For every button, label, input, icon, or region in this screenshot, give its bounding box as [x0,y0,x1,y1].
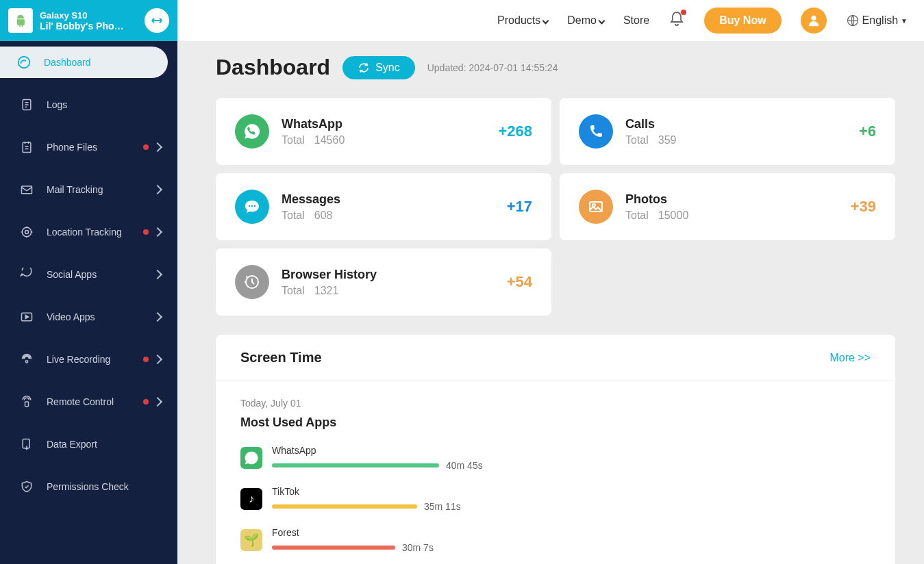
sidebar-item-label: Permissions Check [47,481,165,492]
card-icon [235,190,269,224]
sidebar-item-label: Data Export [47,439,165,450]
sidebar-item-dashboard[interactable]: Dashboard [0,47,168,78]
sidebar-icon [19,182,34,197]
card-messages[interactable]: MessagesTotal608+17 [216,173,551,240]
sidebar-item-permissions-check[interactable]: Permissions Check [0,465,177,508]
app-row-tiktok: ♪TikTok35m 11s [240,486,871,512]
sidebar-icon [19,394,34,409]
sidebar-item-phone-files[interactable]: Phone Files [0,126,177,168]
chevron-right-icon [154,396,165,407]
usage-bar [272,463,439,467]
notifications-button[interactable] [669,11,685,30]
chevron-down-icon [598,17,605,24]
screen-time-title: Screen Time [240,350,322,366]
chevron-right-icon [154,184,165,195]
chevron-right-icon [154,354,165,365]
screen-time-more[interactable]: More >> [829,352,871,364]
card-photos[interactable]: PhotosTotal15000+39 [560,173,895,240]
nav-store[interactable]: Store [623,14,649,27]
sidebar-item-label: Dashboard [44,57,155,68]
card-title: WhatsApp [282,117,498,131]
card-total: Total359 [625,134,859,146]
card-delta: +6 [859,123,876,140]
caret-down-icon: ▼ [901,17,908,25]
alert-dot [143,399,149,405]
sidebar-item-label: Phone Files [47,142,143,153]
sidebar-item-data-export[interactable]: Data Export [0,423,177,465]
card-title: Messages [282,192,507,207]
card-total: Total15000 [625,209,851,222]
svg-point-0 [811,16,816,21]
sync-label: Sync [375,62,400,74]
svg-point-13 [251,205,253,207]
app-name: Forest [272,527,871,538]
nav-products-label: Products [497,14,540,27]
screen-time-date: Today, July 01 [240,398,871,409]
avatar[interactable] [801,8,827,34]
sidebar-item-logs[interactable]: Logs [0,84,177,126]
card-delta: +268 [498,123,532,140]
sidebar-item-social-apps[interactable]: Social Apps [0,253,177,296]
app-time: 35m 11s [424,501,461,512]
svg-point-14 [254,205,255,207]
sidebar-item-location-tracking[interactable]: Location Tracking [0,211,177,253]
sidebar-item-label: Social Apps [47,269,154,280]
language-selector[interactable]: English ▼ [846,14,908,27]
card-title: Photos [625,192,851,207]
nav-demo[interactable]: Demo [567,14,604,27]
sidebar-item-live-recording[interactable]: Live Recording [0,338,177,381]
usage-bar [272,546,395,550]
app-row-forest: 🌱Forest30m 7s [240,527,871,553]
svg-point-12 [249,205,250,207]
card-calls[interactable]: CallsTotal359+6 [560,98,895,165]
app-row-whatsapp: WhatsApp40m 45s [240,445,871,471]
sidebar-icon [19,309,34,324]
card-browser-history[interactable]: Browser HistoryTotal1321+54 [216,248,551,316]
sidebar-item-label: Video Apps [47,311,154,322]
sidebar-item-label: Remote Control [47,396,143,407]
sidebar-item-remote-control[interactable]: Remote Control [0,381,177,423]
updated-text: Updated: 2024-07-01 14:55:24 [427,62,558,73]
card-total: Total14560 [282,134,498,146]
buy-now-button[interactable]: Buy Now [704,8,781,34]
svg-rect-10 [25,402,29,407]
svg-rect-11 [23,439,29,448]
card-title: Calls [625,117,859,131]
sidebar-icon [19,479,34,494]
app-name: WhatsApp [272,445,871,456]
card-delta: +17 [507,198,532,216]
buy-now-label: Buy Now [719,14,766,26]
screen-time-subtitle: Most Used Apps [240,415,871,430]
nav-store-label: Store [623,14,649,27]
sidebar-item-label: Location Tracking [47,227,143,238]
sidebar-icon [19,97,34,112]
device-selector[interactable]: Galaxy S10 Lil' Bobby's Pho… [0,0,177,41]
chevron-right-icon [154,311,165,322]
svg-point-9 [25,361,27,363]
card-delta: +54 [507,273,532,291]
nav-products[interactable]: Products [497,14,548,27]
sidebar-icon [19,225,34,240]
app-time: 40m 45s [446,460,483,471]
sidebar-icon [19,140,34,155]
device-model: Galaxy S10 [40,10,145,21]
sidebar-item-label: Live Recording [47,354,143,365]
sidebar-item-mail-tracking[interactable]: Mail Tracking [0,168,177,211]
chevron-right-icon [154,227,165,238]
nav-demo-label: Demo [567,14,597,27]
card-title: Browser History [282,268,507,282]
alert-dot [143,144,149,150]
card-whatsapp[interactable]: WhatsAppTotal14560+268 [216,98,551,165]
chevron-right-icon [154,142,165,153]
sidebar-item-label: Mail Tracking [47,184,154,195]
usage-bar [272,504,417,509]
card-icon [235,265,269,299]
globe-icon [846,14,860,27]
card-icon [579,114,613,149]
sidebar-item-video-apps[interactable]: Video Apps [0,296,177,338]
card-total: Total608 [282,209,507,222]
sync-button[interactable]: Sync [342,56,415,79]
card-icon [579,190,613,224]
chevron-down-icon [542,17,549,24]
switch-device-icon[interactable] [145,8,169,33]
